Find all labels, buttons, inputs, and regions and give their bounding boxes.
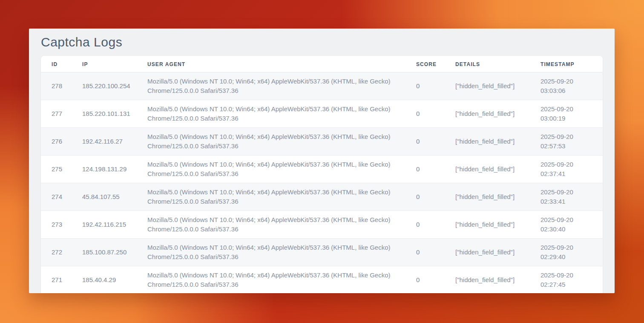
cell-details: ["hidden_field_filled"] bbox=[445, 100, 530, 128]
cell-timestamp: 2025-09-20 02:29:40 bbox=[530, 239, 603, 266]
cell-ip: 124.198.131.29 bbox=[72, 156, 137, 183]
table-body: 278185.220.100.254Mozilla/5.0 (Windows N… bbox=[41, 72, 603, 294]
cell-score: 0 bbox=[405, 211, 445, 239]
column-header-details: DETAILS bbox=[445, 56, 530, 72]
captcha-logs-table: IDIPUSER AGENTSCOREDETAILSTIMESTAMP 2781… bbox=[41, 56, 603, 293]
cell-score: 0 bbox=[405, 266, 445, 294]
logs-table-panel: IDIPUSER AGENTSCOREDETAILSTIMESTAMP 2781… bbox=[41, 56, 603, 293]
table-header: IDIPUSER AGENTSCOREDETAILSTIMESTAMP bbox=[41, 56, 603, 72]
table-row: 276192.42.116.27Mozilla/5.0 (Windows NT … bbox=[41, 128, 603, 156]
column-header-timestamp: TIMESTAMP bbox=[530, 56, 603, 72]
cell-score: 0 bbox=[405, 100, 445, 128]
cell-ip: 192.42.116.27 bbox=[72, 128, 137, 156]
table-row: 273192.42.116.215Mozilla/5.0 (Windows NT… bbox=[41, 211, 603, 239]
cell-id: 271 bbox=[41, 266, 72, 294]
cell-user_agent: Mozilla/5.0 (Windows NT 10.0; Win64; x64… bbox=[137, 239, 405, 266]
table-row: 275124.198.131.29Mozilla/5.0 (Windows NT… bbox=[41, 156, 603, 183]
cell-id: 276 bbox=[41, 128, 72, 156]
cell-details: ["hidden_field_filled"] bbox=[445, 156, 530, 183]
column-header-user_agent: USER AGENT bbox=[137, 56, 405, 72]
table-row: 27445.84.107.55Mozilla/5.0 (Windows NT 1… bbox=[41, 183, 603, 211]
cell-timestamp: 2025-09-20 02:30:40 bbox=[530, 211, 603, 239]
cell-timestamp: 2025-09-20 03:00:19 bbox=[530, 100, 603, 128]
cell-id: 272 bbox=[41, 239, 72, 266]
cell-user_agent: Mozilla/5.0 (Windows NT 10.0; Win64; x64… bbox=[137, 128, 405, 156]
page-title: Captcha Logs bbox=[41, 35, 603, 49]
cell-timestamp: 2025-09-20 02:27:45 bbox=[530, 266, 603, 294]
cell-score: 0 bbox=[405, 128, 445, 156]
cell-score: 0 bbox=[405, 156, 445, 183]
table-row: 272185.100.87.250Mozilla/5.0 (Windows NT… bbox=[41, 239, 603, 266]
cell-ip: 185.100.87.250 bbox=[72, 239, 137, 266]
cell-user_agent: Mozilla/5.0 (Windows NT 10.0; Win64; x64… bbox=[137, 266, 405, 294]
table-row: 278185.220.100.254Mozilla/5.0 (Windows N… bbox=[41, 72, 603, 100]
cell-ip: 185.40.4.29 bbox=[72, 266, 137, 294]
cell-details: ["hidden_field_filled"] bbox=[445, 239, 530, 266]
cell-timestamp: 2025-09-20 02:57:53 bbox=[530, 128, 603, 156]
table-row: 277185.220.101.131Mozilla/5.0 (Windows N… bbox=[41, 100, 603, 128]
column-header-ip: IP bbox=[72, 56, 137, 72]
cell-id: 273 bbox=[41, 211, 72, 239]
cell-ip: 185.220.101.131 bbox=[72, 100, 137, 128]
cell-details: ["hidden_field_filled"] bbox=[445, 266, 530, 294]
table-header-row: IDIPUSER AGENTSCOREDETAILSTIMESTAMP bbox=[41, 56, 603, 72]
column-header-id: ID bbox=[41, 56, 72, 72]
cell-ip: 45.84.107.55 bbox=[72, 183, 137, 211]
cell-score: 0 bbox=[405, 72, 445, 100]
cell-user_agent: Mozilla/5.0 (Windows NT 10.0; Win64; x64… bbox=[137, 100, 405, 128]
cell-timestamp: 2025-09-20 03:03:06 bbox=[530, 72, 603, 100]
cell-score: 0 bbox=[405, 183, 445, 211]
cell-id: 278 bbox=[41, 72, 72, 100]
cell-details: ["hidden_field_filled"] bbox=[445, 211, 530, 239]
cell-id: 274 bbox=[41, 183, 72, 211]
captcha-logs-card: Captcha Logs IDIPUSER AGENTSCOREDETAILST… bbox=[29, 29, 615, 293]
cell-user_agent: Mozilla/5.0 (Windows NT 10.0; Win64; x64… bbox=[137, 156, 405, 183]
cell-id: 277 bbox=[41, 100, 72, 128]
cell-id: 275 bbox=[41, 156, 72, 183]
column-header-score: SCORE bbox=[405, 56, 445, 72]
table-row: 271185.40.4.29Mozilla/5.0 (Windows NT 10… bbox=[41, 266, 603, 294]
cell-details: ["hidden_field_filled"] bbox=[445, 183, 530, 211]
cell-ip: 192.42.116.215 bbox=[72, 211, 137, 239]
cell-ip: 185.220.100.254 bbox=[72, 72, 137, 100]
cell-user_agent: Mozilla/5.0 (Windows NT 10.0; Win64; x64… bbox=[137, 211, 405, 239]
cell-user_agent: Mozilla/5.0 (Windows NT 10.0; Win64; x64… bbox=[137, 72, 405, 100]
cell-user_agent: Mozilla/5.0 (Windows NT 10.0; Win64; x64… bbox=[137, 183, 405, 211]
cell-score: 0 bbox=[405, 239, 445, 266]
cell-timestamp: 2025-09-20 02:33:41 bbox=[530, 183, 603, 211]
cell-details: ["hidden_field_filled"] bbox=[445, 128, 530, 156]
cell-details: ["hidden_field_filled"] bbox=[445, 72, 530, 100]
cell-timestamp: 2025-09-20 02:37:41 bbox=[530, 156, 603, 183]
